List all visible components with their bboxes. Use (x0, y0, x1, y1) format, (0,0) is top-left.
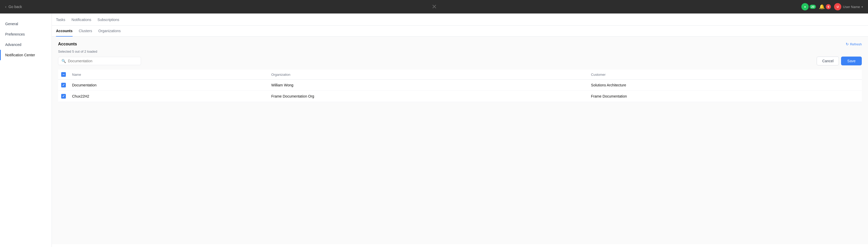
search-action-row: 🔍 Cancel Save (58, 57, 862, 65)
search-box[interactable]: 🔍 (58, 57, 141, 65)
refresh-button[interactable]: ↻ Refresh (846, 42, 862, 46)
cancel-button[interactable]: Cancel (817, 57, 839, 65)
row-name-0: Documentation (69, 80, 268, 91)
th-customer: Customer (588, 70, 862, 80)
top-bar: ‹ Go back ✕ ● 20 🔔 6 U User Name ▾ (0, 0, 868, 13)
accounts-header: Accounts ↻ Refresh (58, 42, 862, 47)
accounts-title: Accounts (58, 42, 77, 47)
table-row: Chux22H2 Frame Documentation Org Frame D… (58, 91, 862, 102)
search-icon: 🔍 (61, 59, 66, 63)
chevron-down-icon: ▾ (862, 5, 863, 8)
tab-organizations[interactable]: Organizations (98, 26, 121, 36)
logo: ✕ (432, 3, 436, 10)
sidebar-item-general[interactable]: General (0, 19, 52, 29)
row-organization-1: Frame Documentation Org (268, 91, 588, 102)
bell-icon: 🔔 (819, 4, 825, 9)
sidebar: General Preferences Advanced Notificatio… (0, 13, 52, 247)
th-checkbox (58, 70, 69, 80)
row-checkbox-cell-1 (58, 91, 69, 102)
topbar-actions: ● 20 🔔 6 U User Name ▾ (801, 3, 863, 10)
avatar: U (834, 3, 841, 10)
notification-bell[interactable]: 🔔 6 (819, 4, 831, 9)
logo-icon: ✕ (432, 3, 436, 10)
tab-tasks[interactable]: Tasks (56, 18, 65, 25)
chevron-left-icon: ‹ (5, 5, 6, 9)
th-name: Name (69, 70, 268, 80)
user-menu[interactable]: U User Name ▾ (834, 3, 863, 10)
row-customer-0: Solutions Architecture (588, 80, 862, 91)
action-buttons: Cancel Save (817, 57, 862, 65)
accounts-table: Name Organization Customer Documentation… (58, 70, 862, 102)
tab-subscriptions[interactable]: Subscriptions (97, 18, 119, 25)
go-back-label: Go back (8, 5, 22, 9)
tab-clusters[interactable]: Clusters (79, 26, 92, 36)
main-content: Tasks Notifications Subscriptions Accoun… (52, 13, 868, 247)
row-checkbox-0[interactable] (61, 83, 66, 87)
top-tabs-bar: Tasks Notifications Subscriptions (52, 13, 868, 26)
go-back-button[interactable]: ‹ Go back (5, 5, 22, 9)
table-header-row: Name Organization Customer (58, 70, 862, 80)
sidebar-item-advanced[interactable]: Advanced (0, 39, 52, 50)
tab-accounts[interactable]: Accounts (56, 26, 72, 36)
th-organization: Organization (268, 70, 588, 80)
row-name-1: Chux22H2 (69, 91, 268, 102)
accounts-content: Accounts ↻ Refresh Selected 5 out of 2 l… (52, 36, 868, 244)
second-tabs-bar: Accounts Clusters Organizations (52, 26, 868, 36)
search-input[interactable] (68, 59, 138, 63)
tab-notifications[interactable]: Notifications (71, 18, 91, 25)
user-name-label: User Name (843, 5, 860, 9)
refresh-label: Refresh (850, 42, 862, 46)
table-row: Documentation William Wong Solutions Arc… (58, 80, 862, 91)
sidebar-item-preferences[interactable]: Preferences (0, 29, 52, 39)
selected-count-label: Selected 5 out of 2 loaded (58, 50, 862, 53)
notification-count-badge: 6 (826, 4, 831, 9)
save-button[interactable]: Save (841, 57, 862, 65)
row-checkbox-cell-0 (58, 80, 69, 91)
status-indicator[interactable]: ● 20 (801, 3, 816, 10)
row-organization-0: William Wong (268, 80, 588, 91)
green-status-icon: ● (801, 3, 809, 10)
sidebar-item-notification-center[interactable]: Notification Center (0, 50, 52, 60)
row-checkbox-1[interactable] (61, 94, 66, 99)
main-layout: General Preferences Advanced Notificatio… (0, 13, 868, 247)
task-count-badge: 20 (810, 5, 816, 9)
select-all-checkbox[interactable] (61, 72, 66, 77)
row-customer-1: Frame Documentation (588, 91, 862, 102)
refresh-icon: ↻ (846, 42, 849, 46)
